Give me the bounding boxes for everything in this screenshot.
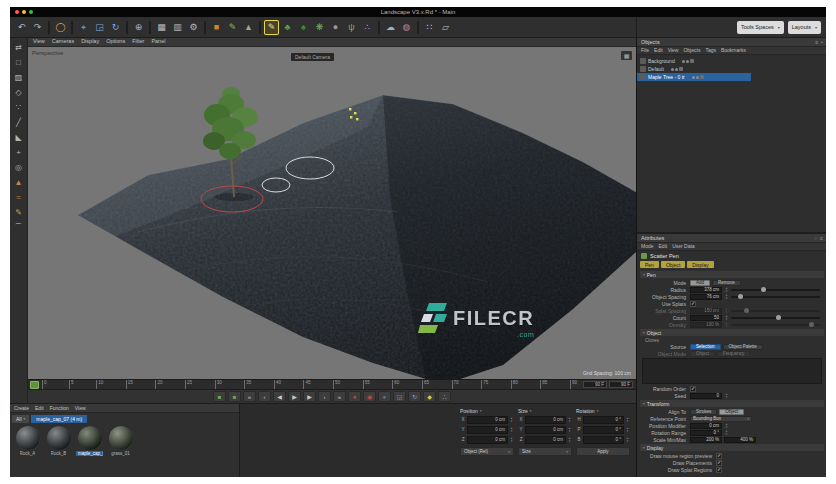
coordinate-system-icon[interactable]: ⊕ xyxy=(131,20,146,35)
viewport-solo-icon[interactable]: ◎ xyxy=(12,161,26,174)
toolbar-separator[interactable] xyxy=(259,21,261,34)
position-header-dropdown[interactable]: Position▾ xyxy=(460,407,514,414)
section-header-display[interactable]: Display xyxy=(640,444,824,451)
object-spacing-field[interactable]: 76 cm xyxy=(690,294,722,300)
panel-options-icon[interactable]: ▪ xyxy=(821,39,823,45)
polygons-mode-icon[interactable]: ◣ xyxy=(12,131,26,144)
rotation-range-field[interactable]: 0 ° xyxy=(690,430,722,436)
position-key-icon[interactable]: ⌖ xyxy=(378,391,391,402)
texture-mode-icon[interactable]: ▨ xyxy=(12,71,26,84)
mode-add-button[interactable]: Add xyxy=(690,280,710,286)
scale-max-field[interactable]: 400 % xyxy=(724,437,756,443)
size-mode-dropdown[interactable]: Size▾ xyxy=(518,447,572,456)
selected-palette-item[interactable]: maple_cap_07 (4 m) xyxy=(31,415,87,423)
stepper[interactable]: ▴▾ xyxy=(509,437,514,443)
rotation-p-field[interactable]: 0 ° xyxy=(583,426,624,434)
render-settings-icon[interactable]: ⚙ xyxy=(186,20,201,35)
viewport-menu-item[interactable]: Display xyxy=(81,39,99,45)
material-menu-item[interactable]: Create xyxy=(14,406,29,411)
align-strokes-button[interactable]: Strokes xyxy=(690,409,717,415)
random-order-checkbox[interactable]: ✓ xyxy=(690,386,696,392)
attribute-menu-item[interactable]: Mode xyxy=(641,244,654,249)
rotate-tool-icon[interactable]: ↻ xyxy=(108,20,123,35)
toolbar-separator[interactable] xyxy=(71,21,73,34)
toolbar-separator[interactable] xyxy=(204,21,206,34)
draw-region-checkbox[interactable]: ✓ xyxy=(716,453,722,459)
use-splats-checkbox[interactable]: ✓ xyxy=(690,301,696,307)
toolbar-separator[interactable] xyxy=(378,21,380,34)
viewport-menu-item[interactable]: Options xyxy=(106,39,125,45)
material-thumbnail[interactable]: Rock_A xyxy=(14,426,41,456)
scale-min-field[interactable]: 200 % xyxy=(690,437,722,443)
material-thumbnail[interactable]: Rock_B xyxy=(45,426,72,456)
toolbar-separator[interactable] xyxy=(149,21,151,34)
autokey-scope-icon[interactable]: ■ xyxy=(213,391,226,402)
source-object-palette-button[interactable]: Object Palette xyxy=(723,344,763,350)
workplane-icon[interactable]: ▱ xyxy=(438,20,453,35)
workplane-mode-icon[interactable]: ◇ xyxy=(12,86,26,99)
spline-pen-icon[interactable]: ✎ xyxy=(225,20,240,35)
attribute-tab[interactable]: Display xyxy=(687,261,713,268)
layouts-dropdown[interactable]: Layouts▾ xyxy=(788,21,821,34)
viewport[interactable]: Perspective Default Camera ▦ Grid Spacin… xyxy=(28,47,636,379)
object-row[interactable]: Default xyxy=(637,65,826,73)
reference-point-dropdown[interactable]: Bounding Box▾ xyxy=(690,416,752,422)
attribute-menu-item[interactable]: Edit xyxy=(659,244,668,249)
density-slider[interactable] xyxy=(731,324,820,326)
attribute-tab[interactable]: Pen xyxy=(640,261,659,268)
rotation-key-icon[interactable]: ↻ xyxy=(408,391,421,402)
playhead[interactable] xyxy=(30,381,39,389)
radius-field[interactable]: 378 cm xyxy=(690,287,722,293)
enable-axis-icon[interactable]: + xyxy=(12,146,26,159)
next-key-icon[interactable]: › xyxy=(318,391,331,402)
rotation-b-field[interactable]: 0 ° xyxy=(583,436,624,444)
viewport-menu-item[interactable]: Filter xyxy=(132,39,144,45)
position-z-field[interactable]: 0 cm xyxy=(467,436,508,444)
object-row[interactable]: Maple Tree - 0 tr xyxy=(637,73,751,81)
size-y-field[interactable]: 0 cm xyxy=(525,426,566,434)
object-tag-icon[interactable] xyxy=(690,59,694,63)
scatter-pen-tool-icon[interactable]: ✎ xyxy=(264,20,279,35)
object-spacing-slider[interactable] xyxy=(731,296,820,298)
live-selection-icon[interactable]: ◯ xyxy=(53,20,68,35)
toolbar-separator[interactable] xyxy=(126,21,128,34)
count-field[interactable]: 50 xyxy=(690,315,722,321)
edges-mode-icon[interactable]: ╱ xyxy=(12,116,26,129)
size-z-field[interactable]: 0 cm xyxy=(525,436,566,444)
material-filter-dropdown[interactable]: All▾ xyxy=(12,415,29,423)
stepper[interactable]: ▴▾ xyxy=(509,427,514,433)
timeline-ruler[interactable]: 051015202530354045505560657075808590 90 … xyxy=(28,379,636,389)
rotation-header-dropdown[interactable]: Rotation▾ xyxy=(576,407,630,414)
parameter-key-icon[interactable]: ◆ xyxy=(423,391,436,402)
object-mode-frequency-button[interactable]: Frequency xyxy=(717,351,750,357)
object-manager-menu-item[interactable]: Bookmarks xyxy=(721,48,746,53)
material-thumbnail[interactable]: maple_cap_07 xyxy=(76,426,103,456)
object-manager-menu-item[interactable]: Edit xyxy=(654,48,663,53)
material-thumbnail[interactable]: grass_01 xyxy=(107,426,134,456)
radius-slider[interactable] xyxy=(731,289,820,291)
close-button[interactable] xyxy=(15,10,19,14)
splat-spacing-field[interactable]: 150 cm xyxy=(690,308,722,314)
align-object-button[interactable]: Object xyxy=(719,409,744,415)
snap-icon[interactable]: ⌒ xyxy=(12,221,26,234)
material-ball-icon[interactable]: ◍ xyxy=(399,20,414,35)
object-manager-menu-item[interactable]: Objects xyxy=(683,48,700,53)
enable-dot-icon[interactable] xyxy=(686,60,689,63)
object-palette-list[interactable] xyxy=(642,358,822,384)
object-manager-menu-item[interactable]: File xyxy=(641,48,649,53)
object-tag-icon[interactable] xyxy=(679,67,683,71)
viewport-menu-item[interactable]: View xyxy=(33,39,45,45)
keyframe-scope-icon[interactable]: ■ xyxy=(228,391,241,402)
object-tag-icon[interactable] xyxy=(700,75,704,79)
count-stepper[interactable]: ▴▾ xyxy=(724,315,729,321)
enable-dot-icon[interactable] xyxy=(675,68,678,71)
move-tool-icon[interactable]: ⌖ xyxy=(76,20,91,35)
position-modifier-stepper[interactable]: ▴▾ xyxy=(724,423,729,429)
position-modifier-field[interactable]: 0 cm xyxy=(690,423,722,429)
points-mode-icon[interactable]: ∵ xyxy=(12,101,26,114)
viewport-menu-item[interactable]: Cameras xyxy=(52,39,74,45)
panel-menu-icon[interactable]: ≡ xyxy=(820,235,823,241)
redo-icon[interactable]: ↷ xyxy=(30,20,45,35)
zoom-button[interactable] xyxy=(29,10,33,14)
snap-settings-icon[interactable]: ∷ xyxy=(422,20,437,35)
